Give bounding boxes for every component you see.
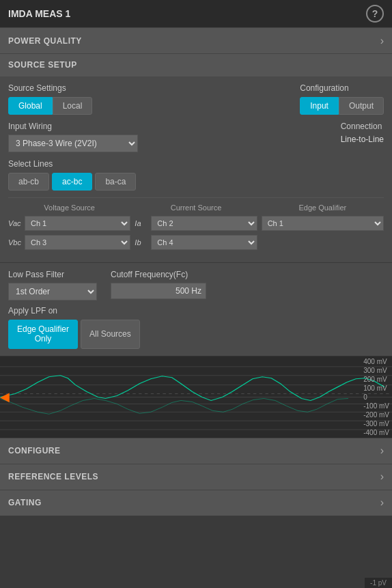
y-label-300: 300 mV <box>363 367 389 374</box>
reference-levels-chevron: › <box>380 471 384 483</box>
ib-select[interactable]: Ch 1Ch 2Ch 3Ch 4 <box>151 235 257 250</box>
power-quality-label: POWER QUALITY <box>8 36 82 46</box>
cutoff-input[interactable] <box>111 283 206 299</box>
output-button[interactable]: Output <box>339 97 384 115</box>
lpf-select[interactable]: 1st Order 2nd Order Off <box>8 283 97 300</box>
select-lines-section: Select Lines ab-cb ac-bc ba-ca <box>8 159 384 191</box>
power-quality-chevron: › <box>380 35 384 47</box>
ia-select[interactable]: Ch 1Ch 2Ch 3Ch 4 <box>151 216 257 231</box>
voltage-source-col: Voltage Source Vac Ch 1Ch 2Ch 3Ch 4 Vbc … <box>8 204 135 250</box>
lpf-label: Low Pass Filter <box>8 270 97 279</box>
source-setup-bar: SOURCE SETUP <box>0 53 392 76</box>
vac-select[interactable]: Ch 1Ch 2Ch 3Ch 4 <box>25 216 130 231</box>
gating-label: GATING <box>8 498 42 507</box>
source-columns: Voltage Source Vac Ch 1Ch 2Ch 3Ch 4 Vbc … <box>8 197 384 250</box>
connection-value: Line-to-Line <box>341 135 384 144</box>
edge-qualifier-label: Edge Qualifier <box>262 204 384 212</box>
gating-chevron: › <box>380 496 384 509</box>
bottom-sections: CONFIGURE › REFERENCE LEVELS › GATING › <box>0 438 392 516</box>
current-source-col: Current Source Ia Ch 1Ch 2Ch 3Ch 4 Ib Ch… <box>135 204 261 250</box>
input-wiring-label: Input Wiring <box>8 122 138 131</box>
global-button[interactable]: Global <box>8 97 53 115</box>
eq-row: Ch 1Ch 2Ch 3Ch 4 <box>262 216 384 231</box>
select-lines-label: Select Lines <box>8 159 384 169</box>
scroll-arrow[interactable]: ◀ <box>0 389 10 404</box>
ia-label: Ia <box>135 219 148 227</box>
vbc-row: Vbc Ch 1Ch 2Ch 3Ch 4 <box>8 235 130 250</box>
apply-lpf-label: Apply LPF on <box>8 306 384 316</box>
edge-qualifier-only-button[interactable]: Edge QualifierOnly <box>8 320 78 349</box>
y-label-n300: -300 mV <box>363 420 389 428</box>
cutoff-label: Cutoff Frequency(Fc) <box>111 270 206 279</box>
wiring-row: Input Wiring 3 Phase-3 Wire (2V2I) Singl… <box>8 122 384 152</box>
waveform-svg <box>0 356 392 438</box>
reference-levels-label: REFERENCE LEVELS <box>8 472 98 481</box>
vac-label: Vac <box>8 219 22 227</box>
y-axis-labels: 400 mV 300 mV 200 mV 100 mV 0 -100 mV -2… <box>363 356 389 438</box>
y-label-0: 0 <box>363 393 389 401</box>
edge-qualifier-select[interactable]: Ch 1Ch 2Ch 3Ch 4 <box>262 216 384 231</box>
gating-section[interactable]: GATING › <box>0 490 392 516</box>
source-setup-label: SOURCE SETUP <box>8 60 77 70</box>
voltage-source-label: Voltage Source <box>8 204 130 212</box>
main-content: Source Settings Global Local Configurati… <box>0 76 392 262</box>
header: IMDA MEAS 1 ? <box>0 0 392 27</box>
y-label-200: 200 mV <box>363 376 389 383</box>
lpf-row: Low Pass Filter 1st Order 2nd Order Off … <box>8 270 384 300</box>
waveform-area: ◀ 400 mV 300 mV 200 mV 100 mV 0 -100 mV … <box>0 356 392 438</box>
input-wiring-select[interactable]: 3 Phase-3 Wire (2V2I) Single Phase 3 Pha… <box>8 135 138 152</box>
input-button[interactable]: Input <box>300 97 339 115</box>
configuration-label: Configuration <box>300 83 384 93</box>
y-label-100: 100 mV <box>363 384 389 392</box>
configure-section[interactable]: CONFIGURE › <box>0 438 392 464</box>
ib-row: Ib Ch 1Ch 2Ch 3Ch 4 <box>135 235 257 250</box>
configure-label: CONFIGURE <box>8 446 61 456</box>
edge-qualifier-col: Edge Qualifier Ch 1Ch 2Ch 3Ch 4 <box>262 204 384 250</box>
configure-chevron: › <box>380 445 384 457</box>
power-quality-section[interactable]: POWER QUALITY › <box>0 27 392 53</box>
footer-value: -1 pV <box>370 579 387 587</box>
vac-row: Vac Ch 1Ch 2Ch 3Ch 4 <box>8 216 130 231</box>
y-label-n100: -100 mV <box>363 402 389 410</box>
source-settings-group: Source Settings Global Local <box>8 83 92 115</box>
ib-label: Ib <box>135 238 148 247</box>
cutoff-group: Cutoff Frequency(Fc) <box>111 270 206 300</box>
all-sources-button[interactable]: All Sources <box>81 320 140 349</box>
source-settings-label: Source Settings <box>8 83 92 93</box>
configuration-buttons: Input Output <box>300 97 384 115</box>
source-settings-buttons: Global Local <box>8 97 92 115</box>
settings-row: Source Settings Global Local Configurati… <box>8 83 384 115</box>
y-label-n200: -200 mV <box>363 411 389 419</box>
y-label-400: 400 mV <box>363 358 389 365</box>
connection-label: Connection <box>341 122 384 131</box>
reference-levels-section[interactable]: REFERENCE LEVELS › <box>0 464 392 490</box>
line-buttons: ab-cb ac-bc ba-ca <box>8 173 384 191</box>
connection-group: Connection Line-to-Line <box>341 122 384 152</box>
current-source-label: Current Source <box>135 204 257 212</box>
lpf-group: Low Pass Filter 1st Order 2nd Order Off <box>8 270 97 300</box>
ac-bc-button[interactable]: ac-bc <box>52 173 92 191</box>
y-label-n400: -400 mV <box>363 429 389 436</box>
configuration-group: Configuration Input Output <box>300 83 384 115</box>
ab-cb-button[interactable]: ab-cb <box>8 173 49 191</box>
ba-ca-button[interactable]: ba-ca <box>95 173 136 191</box>
input-wiring-group: Input Wiring 3 Phase-3 Wire (2V2I) Singl… <box>8 122 138 152</box>
help-button[interactable]: ? <box>366 5 384 23</box>
local-button[interactable]: Local <box>53 97 93 115</box>
footer: -1 pV <box>365 578 392 588</box>
lpf-section: Low Pass Filter 1st Order 2nd Order Off … <box>0 262 392 356</box>
ia-row: Ia Ch 1Ch 2Ch 3Ch 4 <box>135 216 257 231</box>
app-title: IMDA MEAS 1 <box>8 8 70 19</box>
apply-lpf-buttons: Edge QualifierOnly All Sources <box>8 320 384 349</box>
vbc-select[interactable]: Ch 1Ch 2Ch 3Ch 4 <box>25 235 130 250</box>
vbc-label: Vbc <box>8 238 22 247</box>
